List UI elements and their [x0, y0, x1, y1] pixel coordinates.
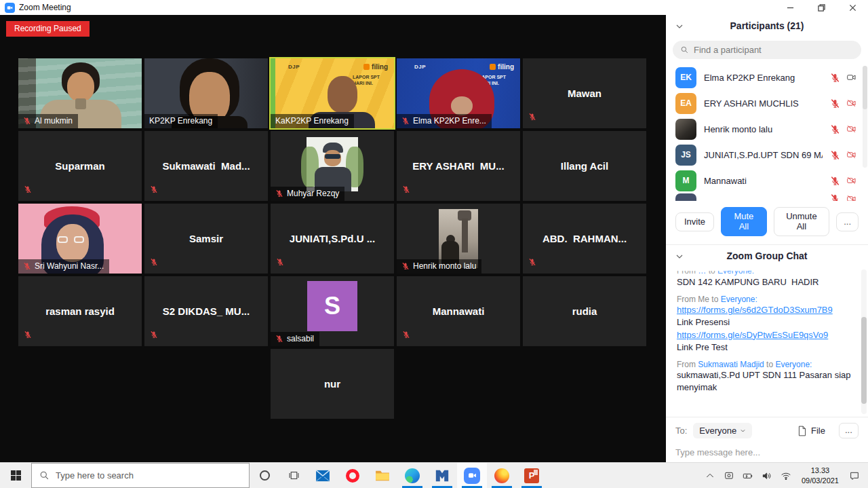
video-tile[interactable]: Sukmawati Mad...: [144, 131, 268, 201]
video-tile[interactable]: Mannawati: [397, 276, 520, 346]
taskbar-search-input[interactable]: [56, 470, 241, 481]
camera-off-icon: [846, 98, 857, 108]
chat-link[interactable]: https://forms.gle/sDyPtwEsSuE9qsVo9: [677, 329, 856, 341]
taskbar-app-mail[interactable]: [308, 463, 338, 488]
mute-all-button[interactable]: Mute All: [721, 207, 767, 236]
video-tile[interactable]: rasman rasyid: [18, 276, 142, 346]
video-tile[interactable]: ABD. RAHMAN...: [523, 204, 646, 274]
mic-muted-icon: [275, 189, 283, 198]
video-tile[interactable]: Suparman: [18, 131, 142, 201]
participant-search[interactable]: [673, 41, 861, 59]
taskbar-app-edge[interactable]: [397, 463, 427, 488]
taskbar-app-malwarebytes[interactable]: [427, 463, 457, 488]
clock-date: 09/03/2021: [802, 476, 839, 485]
task-view-button[interactable]: [279, 463, 308, 488]
participant-row-partial[interactable]: [666, 193, 868, 201]
participant-name-label: Henrik monto lalu: [413, 261, 476, 271]
participant-name-label: Muhyar Rezqy: [287, 189, 339, 198]
video-grid: Al mukmin KP2KP Enrekang DJP filing LAPO…: [18, 58, 646, 419]
avatar: EA: [675, 93, 696, 114]
invite-button[interactable]: Invite: [675, 212, 714, 231]
participant-row[interactable]: EA ERY ASHARI MUCHLIS: [666, 90, 868, 116]
video-tile[interactable]: rudia: [523, 276, 646, 346]
unmute-all-button[interactable]: Unmute All: [774, 207, 830, 236]
cortana-button[interactable]: [250, 463, 279, 488]
start-button[interactable]: [0, 463, 31, 488]
mail-icon: [315, 470, 330, 482]
windows-taskbar: P 13.33 09/03/2021: [0, 462, 868, 488]
chat-message-input[interactable]: [675, 447, 859, 457]
participant-name-label: rasman rasyid: [18, 276, 142, 346]
taskbar-clock[interactable]: 13.33 09/03/2021: [795, 466, 845, 485]
participant-name-label: KaKP2KP Enrekang: [275, 116, 349, 126]
mic-muted-icon: [830, 73, 840, 83]
battery-icon[interactable]: [738, 463, 757, 488]
participant-row[interactable]: M Mannawati: [666, 168, 868, 193]
wifi-icon[interactable]: [776, 463, 795, 488]
tray-chevron-up-icon[interactable]: [701, 463, 719, 488]
clock-time: 13.33: [802, 466, 839, 475]
video-tile-active-speaker[interactable]: DJP filing LAPOR SPTHARI INI. KaKP2KP En…: [271, 58, 394, 128]
taskbar-app-powerpoint[interactable]: P: [517, 463, 547, 488]
video-tile[interactable]: Illang Acil: [523, 131, 646, 201]
chat-more-button[interactable]: ...: [839, 423, 859, 438]
collapse-chat-chevron-icon[interactable]: [675, 251, 684, 263]
powerpoint-icon: P: [524, 468, 539, 483]
video-tile[interactable]: KP2KP Enrekang: [144, 58, 268, 128]
chat-link[interactable]: https://forms.gle/s6d2GTdoD3Sxum7B9: [677, 304, 856, 316]
mic-muted-icon: [24, 331, 32, 339]
minimize-button[interactable]: [774, 0, 806, 15]
chat-message: From Me to Everyone: https://forms.gle/s…: [677, 295, 856, 354]
chat-message-text: sukmawati,S.Pd UPT SDN 111 Pasaran siap …: [677, 369, 856, 394]
avatar-photo: [675, 119, 696, 140]
chat-message-text: Link Pre Test: [677, 341, 856, 354]
close-button[interactable]: [837, 0, 868, 15]
participant-search-input[interactable]: [694, 45, 854, 55]
participant-name-label: JUNIATI,S.Pd.U ...: [271, 204, 394, 274]
participant-row[interactable]: EK Elma KP2KP Enrekang: [666, 64, 868, 90]
video-tile[interactable]: Sri Wahyuni Nasr...: [18, 204, 142, 274]
taskbar-app-zoom[interactable]: [457, 463, 487, 488]
letter-avatar: S: [307, 281, 357, 331]
participants-scrollbar[interactable]: [863, 66, 867, 168]
speaker-icon[interactable]: [757, 463, 776, 488]
participant-row[interactable]: JS JUNIATI,S.Pd.UPT SDN 69 MARE...: [666, 142, 868, 168]
video-tile[interactable]: JUNIATI,S.Pd.U ...: [271, 204, 394, 274]
participant-name-label: ERY ASHARI MU...: [397, 131, 520, 201]
file-button[interactable]: File: [797, 426, 825, 436]
taskbar-app-firefox[interactable]: [487, 463, 517, 488]
participant-row[interactable]: Henrik monto lalu: [666, 116, 868, 142]
firefox-icon: [494, 468, 509, 483]
malwarebytes-icon: [435, 468, 450, 483]
camera-on-icon: [846, 73, 857, 82]
to-label: To:: [675, 426, 687, 436]
video-tile[interactable]: S salsabil: [271, 276, 394, 346]
recording-paused-badge: Recording Paused: [6, 21, 90, 37]
video-tile[interactable]: ERY ASHARI MU...: [397, 131, 520, 201]
video-tile[interactable]: Henrik monto lalu: [397, 204, 520, 274]
avatar: EK: [675, 67, 696, 88]
action-center-icon[interactable]: [845, 463, 868, 488]
recipient-dropdown[interactable]: Everyone: [693, 423, 752, 438]
video-tile[interactable]: Al mukmin: [18, 58, 142, 128]
rotation-lock-icon[interactable]: [719, 463, 738, 488]
video-tile[interactable]: Samsir: [144, 204, 268, 274]
mic-muted-icon: [830, 193, 840, 201]
taskbar-search[interactable]: [31, 463, 250, 488]
restore-button[interactable]: [806, 0, 837, 15]
video-tile[interactable]: Mawan: [523, 58, 646, 128]
taskbar-app-opera[interactable]: [338, 463, 368, 488]
taskbar-app-file-explorer[interactable]: [368, 463, 397, 488]
video-tile[interactable]: nur: [271, 349, 394, 419]
participants-more-button[interactable]: ...: [836, 212, 859, 231]
collapse-participants-chevron-icon[interactable]: [675, 21, 684, 33]
video-tile[interactable]: S2 DIKDAS_ MU...: [144, 276, 268, 346]
profile-photo: [307, 137, 358, 191]
mic-muted-icon: [402, 331, 410, 339]
chat-scrollbar[interactable]: [861, 269, 867, 414]
video-tile[interactable]: DJP filing LAPOR SPTHARI INI. Elma KP2KP…: [397, 58, 520, 128]
video-tile[interactable]: Muhyar Rezqy: [271, 131, 394, 201]
efiling-logo: filing: [490, 63, 514, 71]
zoom-meeting-window: Zoom Meeting Recording Paused Al mukmin: [0, 0, 868, 488]
camera-off-icon: [846, 124, 857, 134]
